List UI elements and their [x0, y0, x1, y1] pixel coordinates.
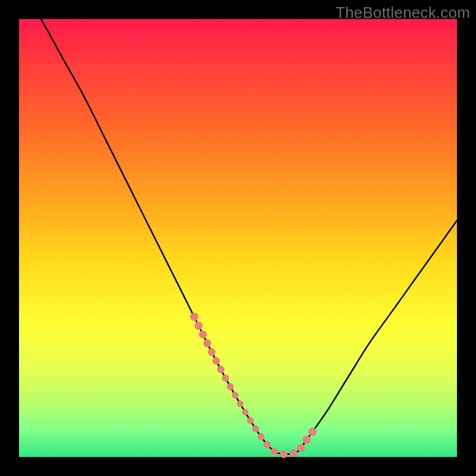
highlight-dot	[271, 447, 278, 455]
bottleneck-curve	[19, 0, 457, 455]
highlight-dot	[242, 409, 249, 415]
highlight-dot	[258, 433, 265, 440]
highlight-dot	[222, 374, 229, 381]
highlight-dot	[303, 436, 311, 444]
curve-svg	[19, 19, 457, 457]
highlight-dot	[252, 425, 259, 433]
highlight-dot	[308, 428, 317, 436]
highlight-dots	[190, 312, 317, 458]
highlight-dot	[227, 383, 234, 390]
highlight-dot	[289, 449, 297, 457]
highlight-dot	[190, 312, 198, 321]
highlight-dot	[203, 339, 211, 347]
plot-area	[19, 19, 457, 457]
highlight-dot	[247, 417, 253, 424]
highlight-dot	[232, 392, 239, 399]
highlight-dot	[217, 366, 224, 373]
chart-frame: TheBottleneck.com	[0, 0, 476, 476]
highlight-dot	[297, 444, 305, 452]
highlight-dot	[199, 330, 206, 338]
highlight-dot	[208, 348, 215, 356]
highlight-dot	[195, 321, 203, 330]
highlight-dot	[264, 441, 271, 448]
highlight-dot	[237, 400, 243, 407]
highlight-dot	[280, 450, 287, 458]
highlight-dot	[212, 357, 220, 365]
